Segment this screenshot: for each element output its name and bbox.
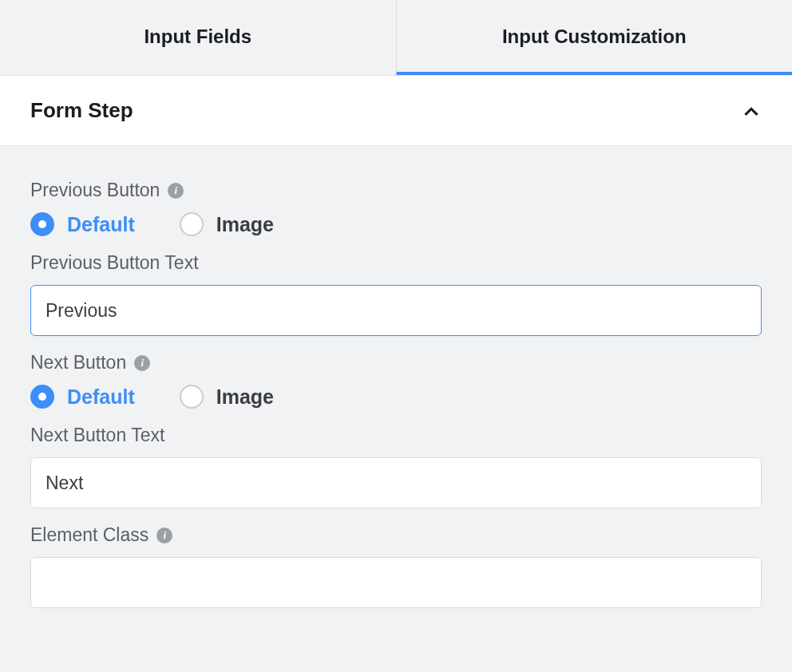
info-icon[interactable]: i <box>156 528 172 544</box>
previous-button-text-input[interactable] <box>30 285 762 336</box>
section-title: Form Step <box>30 98 133 123</box>
radio-previous-default[interactable]: Default <box>30 212 135 236</box>
field-label: Previous Button i <box>30 180 762 201</box>
radio-group-next-button: Default Image <box>30 385 762 409</box>
label-text: Previous Button <box>30 180 160 201</box>
tab-label: Input Fields <box>144 26 251 47</box>
radio-icon <box>30 385 54 409</box>
element-class-input[interactable] <box>30 557 762 608</box>
field-next-button-text: Next Button Text <box>30 425 762 508</box>
radio-label: Default <box>67 385 135 409</box>
radio-next-default[interactable]: Default <box>30 385 135 409</box>
tab-label: Input Customization <box>502 26 687 47</box>
radio-icon <box>180 385 204 409</box>
label-text: Previous Button Text <box>30 252 199 274</box>
field-previous-button-text: Previous Button Text <box>30 252 762 336</box>
radio-previous-image[interactable]: Image <box>180 212 274 236</box>
field-label: Next Button i <box>30 352 762 374</box>
info-icon[interactable]: i <box>134 355 150 371</box>
radio-next-image[interactable]: Image <box>180 385 274 409</box>
radio-group-previous-button: Default Image <box>30 212 762 236</box>
chevron-up-icon[interactable] <box>741 101 762 121</box>
field-label: Previous Button Text <box>30 252 762 274</box>
label-text: Next Button <box>30 352 126 374</box>
radio-icon <box>180 212 204 236</box>
radio-label: Image <box>216 213 274 236</box>
field-next-button: Next Button i Default Image <box>30 352 762 409</box>
label-text: Next Button Text <box>30 425 164 446</box>
field-element-class: Element Class i <box>30 524 762 608</box>
tab-input-fields[interactable]: Input Fields <box>0 0 396 75</box>
info-icon[interactable]: i <box>168 183 184 199</box>
next-button-text-input[interactable] <box>30 457 762 508</box>
tab-input-customization[interactable]: Input Customization <box>396 0 793 75</box>
radio-label: Default <box>67 213 135 236</box>
field-label: Next Button Text <box>30 425 762 446</box>
label-text: Element Class <box>30 524 148 546</box>
section-header-form-step[interactable]: Form Step <box>0 75 792 146</box>
field-label: Element Class i <box>30 524 762 546</box>
field-previous-button: Previous Button i Default Image <box>30 180 762 236</box>
tab-bar: Input Fields Input Customization <box>0 0 792 75</box>
section-body: Previous Button i Default Image Previous… <box>0 146 792 640</box>
radio-label: Image <box>216 385 274 409</box>
radio-icon <box>30 212 54 236</box>
